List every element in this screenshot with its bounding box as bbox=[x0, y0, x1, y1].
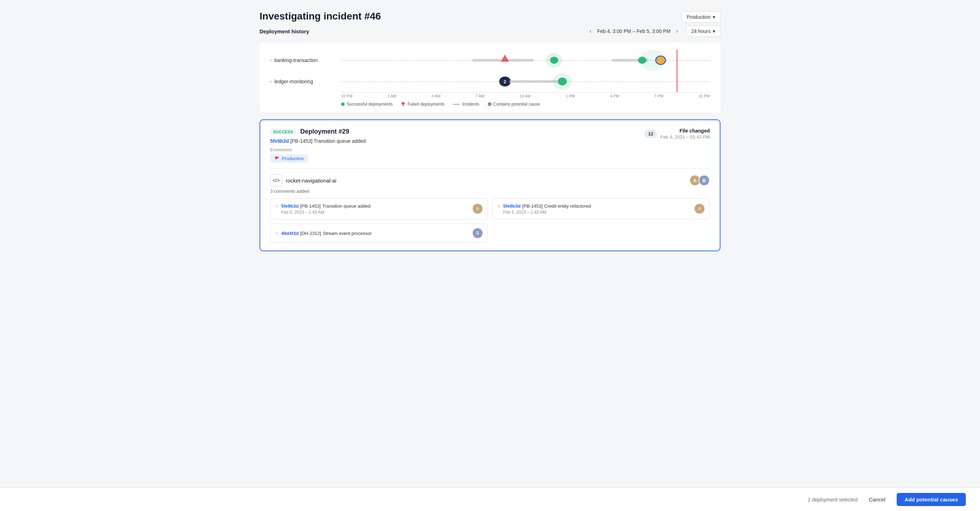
expand-icon: › bbox=[270, 79, 272, 84]
commit-card[interactable]: ⑂ 5fe9b3d [PB-1453] Credit entity refact… bbox=[492, 198, 710, 219]
chart-line-ledger: 2 bbox=[341, 71, 710, 92]
file-changed-label: File changed bbox=[660, 128, 710, 133]
timeframe-dropdown[interactable]: 24 hours ▾ bbox=[686, 25, 721, 37]
service-label-ledger[interactable]: › ledger-monitoring bbox=[270, 79, 341, 84]
timeframe-label: 24 hours bbox=[691, 29, 711, 34]
deployment-title: Deployment #29 bbox=[300, 128, 349, 135]
chart-line-banking bbox=[341, 49, 710, 71]
legend-incidents: Incidents bbox=[453, 102, 479, 107]
card-meta-right: 12 File changed Feb 4, 2021 – 01:43 PM bbox=[644, 128, 710, 140]
prev-date-arrow[interactable]: ‹ bbox=[587, 27, 593, 35]
add-causes-button[interactable]: Add potential causes bbox=[897, 493, 966, 506]
legend-failed: Failed deployments bbox=[401, 102, 444, 107]
svg-rect-14 bbox=[509, 80, 558, 83]
date-range: Feb 4, 3:00 PM – Feb 5, 3:00 PM bbox=[597, 29, 670, 34]
successful-icon bbox=[341, 102, 345, 106]
svg-marker-1 bbox=[501, 55, 509, 62]
card-header: SUCCESS Deployment #29 5fe9b3d [PB-1453]… bbox=[270, 128, 710, 163]
chevron-down-icon: ▾ bbox=[713, 14, 715, 20]
header-controls: Production ▾ bbox=[681, 11, 721, 23]
bottom-bar: 1 deployment selected Cancel Add potenti… bbox=[0, 487, 980, 511]
commit-icon: ⑂ bbox=[275, 203, 278, 209]
env-badge: 🚩 Production bbox=[270, 154, 308, 163]
chevron-down-icon: ▾ bbox=[713, 29, 715, 34]
divider bbox=[270, 168, 710, 169]
next-date-arrow[interactable]: › bbox=[674, 27, 680, 35]
failed-icon bbox=[401, 102, 405, 106]
card-title-row: SUCCESS Deployment #29 bbox=[270, 128, 366, 135]
comments-count: 3 comments added bbox=[270, 189, 710, 194]
environment-label: Production bbox=[687, 14, 711, 20]
commit-card[interactable]: ⑂ 49d4f3d [DH-2312] Stream event process… bbox=[270, 224, 488, 243]
file-date: Feb 4, 2021 – 01:43 PM bbox=[660, 134, 710, 140]
service-label-banking[interactable]: › banking-transaction bbox=[270, 57, 341, 63]
potential-cause-icon bbox=[488, 102, 492, 106]
deployment-card: SUCCESS Deployment #29 5fe9b3d [PB-1453]… bbox=[259, 119, 721, 251]
service-section: </> rocket-navigational-ai A B bbox=[270, 175, 710, 186]
legend-potential-cause: Contains potential cause bbox=[488, 102, 540, 107]
date-navigation: ‹ Feb 4, 3:00 PM – Feb 5, 3:00 PM › bbox=[587, 27, 680, 35]
commit-summary-line: 5fe9b3d [PB-1453] Transition queue added bbox=[270, 138, 366, 144]
deployment-chart: › banking-transaction bbox=[259, 43, 721, 112]
commit-avatar: A bbox=[473, 204, 482, 214]
chart-row-ledger: › ledger-monitoring 2 bbox=[270, 71, 710, 92]
service-name-row: </> rocket-navigational-ai bbox=[270, 175, 336, 186]
code-icon: </> bbox=[270, 175, 282, 186]
page-title: Investigating incident #46 bbox=[259, 11, 381, 22]
status-badge: SUCCESS bbox=[270, 129, 296, 135]
svg-text:2: 2 bbox=[503, 79, 506, 84]
commit-avatar: B bbox=[473, 228, 482, 238]
flag-icon: 🚩 bbox=[274, 156, 280, 161]
commit-icon: ⑂ bbox=[275, 231, 278, 236]
avatar: B bbox=[698, 175, 710, 186]
legend-successful: Successful deployments bbox=[341, 102, 393, 107]
x-axis: 10 PM 1 AM 4 AM 7 AM 10 AM 1 PM 4 PM 7 P… bbox=[341, 92, 710, 98]
chart-legend: Successful deployments Failed deployment… bbox=[341, 102, 710, 107]
env-label: Enviroment bbox=[270, 148, 366, 152]
commit-card[interactable]: ⑂ 5fe9b3d [PB-1453] Transition queue add… bbox=[270, 198, 488, 219]
commits-grid: ⑂ 5fe9b3d [PB-1453] Transition queue add… bbox=[270, 198, 710, 243]
service-name: rocket-navigational-ai bbox=[286, 178, 336, 184]
cancel-button[interactable]: Cancel bbox=[863, 494, 891, 505]
commit-avatar: A bbox=[695, 204, 705, 214]
file-count-badge: 12 bbox=[644, 130, 657, 138]
environment-dropdown[interactable]: Production ▾ bbox=[681, 11, 721, 23]
incidents-icon bbox=[453, 104, 460, 105]
avatars-row: A B bbox=[689, 175, 710, 186]
section-label: Deployment history bbox=[259, 29, 309, 34]
chart-row-banking: › banking-transaction bbox=[270, 49, 710, 71]
commit-icon: ⑂ bbox=[498, 203, 500, 209]
selected-count: 1 deployment selected bbox=[808, 497, 858, 503]
expand-icon: › bbox=[270, 58, 272, 63]
